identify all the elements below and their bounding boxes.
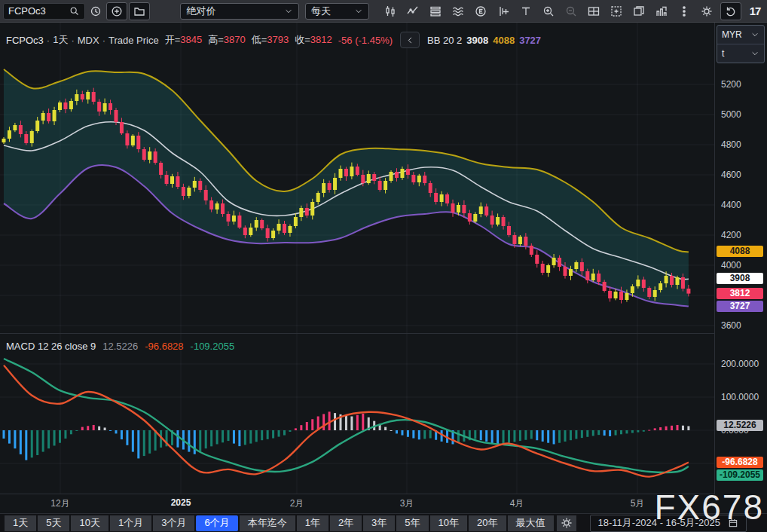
range-button-1年[interactable]: 1年 [297, 515, 328, 531]
tradingview-logo: 17 [746, 2, 764, 20]
compare-icon [451, 5, 465, 18]
price-type-value: 绝对价 [186, 5, 215, 18]
macd-tick: 200.0000 [721, 359, 759, 369]
chevron-down-icon [284, 7, 293, 16]
macd-badge: 12.5226 [717, 420, 763, 431]
indicator-templates-button[interactable] [426, 2, 445, 20]
macd-badge: -96.6828 [717, 457, 763, 468]
screenshot-icon [632, 5, 646, 18]
price-tick: 5000 [721, 109, 741, 120]
calendar-icon [728, 518, 738, 528]
price-badge-4088: 4088 [717, 246, 763, 257]
chevron-down-icon [750, 30, 759, 39]
range-button-1个月[interactable]: 1个月 [110, 515, 151, 531]
replay-button[interactable] [720, 2, 741, 20]
price-type-select[interactable]: 绝对价 [180, 3, 299, 20]
symbol-search-input[interactable]: FCPOc3 [3, 3, 85, 20]
folder-icon [133, 5, 146, 18]
time-scale[interactable]: 12月20252月3月4月5月 [0, 494, 767, 512]
interval-select[interactable]: 每天 [305, 3, 369, 20]
clock-icon [89, 5, 102, 18]
price-badge-3908: 3908 [717, 273, 763, 284]
range-button-6个月[interactable]: 6个月 [196, 515, 237, 531]
candlestick-style-icon [384, 5, 397, 18]
range-button-5年[interactable]: 5年 [396, 515, 428, 531]
range-button-1天[interactable]: 1天 [5, 515, 36, 531]
price-badge-3727: 3727 [717, 301, 763, 312]
candlestick-style-button[interactable] [381, 2, 399, 20]
folder-button[interactable] [129, 2, 150, 20]
pane-separator[interactable] [0, 333, 767, 334]
layout-grid-icon [587, 5, 600, 18]
settings-button[interactable] [698, 2, 716, 20]
chevron-down-icon [354, 7, 363, 16]
range-button-最大值[interactable]: 最大值 [508, 515, 554, 531]
economic-events-button[interactable] [472, 2, 490, 20]
price-tick: 4400 [721, 200, 741, 210]
price-tick: 4200 [721, 230, 741, 240]
price-scale[interactable]: MYR t 5200500048004600440042004000360020… [715, 23, 767, 494]
top-toolbar: FCPOc3 绝对价 每天 17 [0, 0, 767, 23]
more-options-button[interactable] [675, 2, 693, 20]
price-tick: 3600 [721, 320, 741, 331]
time-label-5月: 5月 [631, 497, 645, 510]
layout-grid-button[interactable] [585, 2, 603, 20]
search-icon [69, 5, 80, 17]
currency-value: MYR [722, 29, 742, 40]
text-tool-icon [519, 5, 533, 18]
clock-button[interactable] [87, 2, 105, 20]
unit-value: t [722, 48, 724, 59]
time-label-2025: 2025 [171, 497, 191, 508]
settings-icon [700, 5, 714, 18]
price-tick: 4000 [721, 260, 741, 271]
gear-icon [560, 516, 573, 530]
replay-icon [724, 5, 738, 18]
symbol-text: FCPOc3 [8, 5, 46, 17]
price-badge-3812: 3812 [717, 288, 763, 299]
indicators-icon [406, 5, 420, 18]
indicator-templates-icon [429, 5, 442, 18]
currency-select[interactable]: MYR [717, 26, 764, 44]
tradingview-logo-text: 17 [750, 5, 761, 17]
zoom-out-button[interactable] [562, 2, 580, 20]
screenshot-button[interactable] [630, 2, 648, 20]
range-button-2年[interactable]: 2年 [330, 515, 362, 531]
range-button-10年[interactable]: 10年 [430, 515, 467, 531]
date-range-picker[interactable]: 18-11月-2024 - 16-5月-2025 [590, 515, 747, 532]
add-symbol-button[interactable] [106, 2, 127, 20]
bottom-toolbar: 1天5天10天1个月3个月6个月本年迄今1年2年3年5年10年20年最大值18-… [0, 513, 767, 532]
collapse-legend-button[interactable] [400, 32, 420, 48]
economic-events-icon [474, 5, 487, 18]
save-layout-icon [610, 5, 623, 18]
zoom-out-icon [564, 5, 578, 18]
time-label-4月: 4月 [510, 497, 524, 510]
price-tick: 4800 [721, 139, 741, 150]
unit-select[interactable]: t [717, 44, 764, 63]
compare-button[interactable] [449, 2, 467, 20]
alert-button[interactable] [494, 2, 512, 20]
range-button-5天[interactable]: 5天 [38, 515, 69, 531]
macd-chart[interactable] [0, 334, 714, 494]
zoom-in-button[interactable] [539, 2, 558, 20]
price-tick: 4600 [721, 170, 741, 180]
trade-panel-button[interactable] [652, 2, 671, 20]
indicators-button[interactable] [404, 2, 422, 20]
range-button-3年[interactable]: 3年 [363, 515, 395, 531]
alert-icon [497, 5, 510, 18]
zoom-in-icon [542, 5, 555, 18]
price-chart[interactable] [0, 23, 714, 334]
time-label-2月: 2月 [290, 497, 304, 510]
save-layout-button[interactable] [607, 2, 625, 20]
range-settings-button[interactable] [557, 515, 576, 531]
currency-unit-box: MYR t [717, 25, 765, 63]
range-button-20年[interactable]: 20年 [469, 515, 506, 531]
macd-badge: -109.2055 [717, 469, 763, 481]
time-label-3月: 3月 [400, 497, 414, 510]
range-button-10天[interactable]: 10天 [71, 515, 108, 531]
range-button-3个月[interactable]: 3个月 [153, 515, 194, 531]
trade-panel-icon [655, 5, 668, 18]
chevron-down-icon [750, 49, 759, 58]
text-tool-button[interactable] [517, 2, 535, 20]
date-range-text: 18-11月-2024 - 16-5月-2025 [598, 516, 720, 530]
range-button-本年迄今[interactable]: 本年迄今 [240, 515, 295, 531]
